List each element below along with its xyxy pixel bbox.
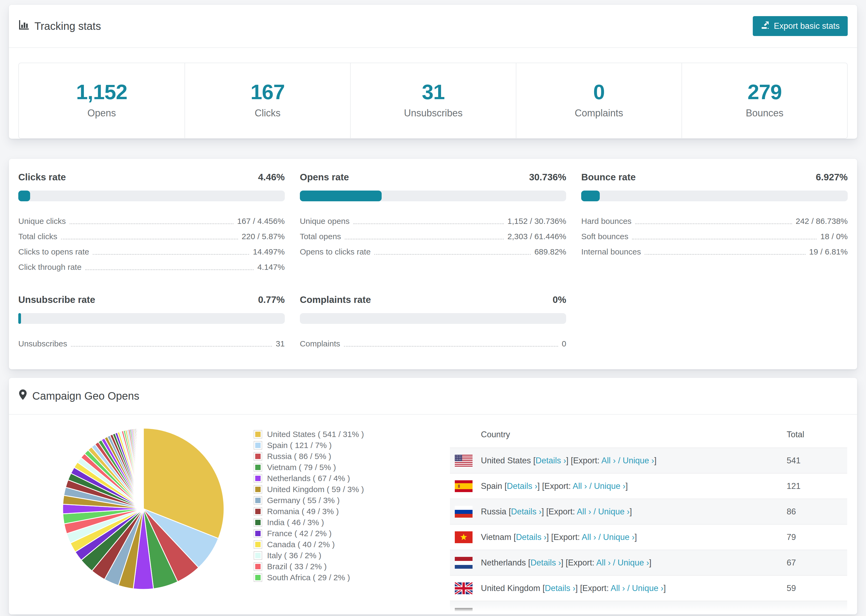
- export-unique-link[interactable]: Unique ›: [617, 558, 649, 567]
- legend-swatch: [254, 551, 262, 560]
- rate-progress-fill: [300, 190, 382, 201]
- legend-item-canada: Canada ( 40 / 2% ): [254, 539, 404, 550]
- stat-value: 1,152: [22, 80, 182, 104]
- legend-swatch-color: [255, 564, 261, 569]
- map-pin-icon: [18, 389, 27, 403]
- rate-title: Bounce rate: [581, 172, 636, 182]
- rate-progress-track: [18, 313, 285, 324]
- rate-progress-fill: [18, 190, 30, 201]
- legend-swatch-color: [255, 553, 261, 558]
- total-cell: 86: [787, 499, 847, 524]
- country-name: Netherlands: [481, 558, 526, 567]
- geo-opens-card: Campaign Geo Opens United States ( 541 /…: [9, 378, 857, 614]
- flag-cell: [450, 575, 481, 601]
- rate-row-label: Complaints: [300, 339, 340, 350]
- export-all-link[interactable]: All ›: [596, 558, 611, 567]
- legend-swatch: [254, 463, 262, 472]
- rate-row-label: Unsubscribes: [18, 339, 67, 350]
- dotted-leader: [93, 254, 249, 255]
- dotted-leader: [645, 254, 805, 255]
- stats-summary: 1,152Opens167Clicks31Unsubscribes0Compla…: [18, 63, 848, 139]
- legend-item-india: India ( 46 / 3% ): [254, 517, 404, 528]
- bracket: ]: [546, 533, 551, 542]
- rate-rows: Unique clicks167 / 4.456%Total clicks220…: [18, 212, 285, 273]
- details-link[interactable]: Details ›: [511, 507, 542, 516]
- legend-label: Netherlands ( 67 / 4% ): [267, 474, 350, 483]
- export-all-link[interactable]: All ›: [582, 533, 596, 542]
- geo-opens-pie-chart: [60, 426, 227, 592]
- tracking-stats-title-wrap: Tracking stats: [18, 19, 101, 33]
- export-all-link[interactable]: All ›: [577, 507, 591, 516]
- export-all-link[interactable]: All ›: [611, 583, 625, 593]
- legend-item-south-africa: South Africa ( 29 / 2% ): [254, 572, 404, 583]
- stat-label: Clicks: [188, 107, 348, 119]
- flag-cell: [450, 499, 481, 524]
- legend-swatch-color: [255, 465, 261, 470]
- legend-swatch-color: [255, 443, 261, 448]
- country-name: United States: [481, 456, 531, 465]
- rate-value: 6.927%: [816, 172, 848, 182]
- export-basic-stats-button[interactable]: Export basic stats: [753, 16, 848, 36]
- rate-progress-track: [581, 190, 848, 201]
- legend-swatch: [254, 573, 262, 582]
- rate-title: Clicks rate: [18, 172, 66, 182]
- total-cell: 541: [787, 448, 847, 473]
- flag-gb-icon: [455, 582, 472, 594]
- flag-cell: [450, 550, 481, 575]
- export-unique-link[interactable]: Unique ›: [623, 456, 654, 465]
- bracket: [: [502, 481, 507, 491]
- bracket: [: [511, 533, 516, 542]
- country-cell: [481, 601, 787, 614]
- bracket: [: [540, 583, 545, 593]
- rates-grid: Clicks rate4.46%Unique clicks167 / 4.456…: [9, 159, 857, 369]
- total-cell: 121: [787, 473, 847, 499]
- export-prefix: [Export:: [551, 533, 582, 542]
- export-unique-link[interactable]: Unique ›: [594, 481, 625, 491]
- legend-label: South Africa ( 29 / 2% ): [267, 573, 350, 582]
- table-row-us: United States [Details ›] [Export: All ›…: [450, 448, 847, 473]
- country-cell: Netherlands [Details ›] [Export: All › /…: [481, 550, 787, 575]
- legend-label: United States ( 541 / 31% ): [267, 430, 364, 439]
- legend-item-netherlands: Netherlands ( 67 / 4% ): [254, 473, 404, 484]
- details-link[interactable]: Details ›: [535, 456, 566, 465]
- export-unique-link[interactable]: Unique ›: [598, 507, 630, 516]
- stat-cell-bounces: 279Bounces: [682, 63, 847, 138]
- bracket: [: [531, 456, 535, 465]
- tracking-stats-header: Tracking stats Export basic stats: [9, 5, 857, 48]
- legend-swatch: [254, 474, 262, 483]
- dotted-leader: [345, 239, 504, 239]
- export-unique-link[interactable]: Unique ›: [603, 533, 635, 542]
- rate-row-value: 2,303 / 61.446%: [507, 232, 567, 243]
- rate-value: 0%: [553, 294, 567, 305]
- export-all-link[interactable]: All ›: [573, 481, 587, 491]
- details-link[interactable]: Details ›: [545, 583, 576, 593]
- page: Tracking stats Export basic stats 1,: [0, 0, 866, 614]
- export-all-link[interactable]: All ›: [601, 456, 616, 465]
- rate-row-value: 4.147%: [257, 262, 285, 273]
- flag-cell: [450, 473, 481, 499]
- flag-nl-icon: [455, 557, 472, 569]
- stat-cell-opens: 1,152Opens: [19, 63, 184, 138]
- dotted-leader: [61, 239, 238, 239]
- legend-swatch-color: [255, 520, 261, 525]
- rates-card: Clicks rate4.46%Unique clicks167 / 4.456…: [9, 159, 857, 369]
- details-link[interactable]: Details ›: [507, 481, 538, 491]
- stat-cell-clicks: 167Clicks: [184, 63, 350, 138]
- rate-row-label: Internal bounces: [581, 247, 641, 258]
- dotted-leader: [632, 239, 817, 239]
- legend-swatch-color: [255, 432, 261, 437]
- flag-de-icon: [455, 608, 472, 614]
- rate-row-label: Total clicks: [18, 232, 57, 243]
- geo-opens-header: Campaign Geo Opens: [9, 378, 857, 415]
- export-unique-link[interactable]: Unique ›: [632, 583, 663, 593]
- rate-rows: Unsubscribes31: [18, 335, 285, 350]
- slash: /: [587, 481, 594, 491]
- details-link[interactable]: Details ›: [516, 533, 546, 542]
- rate-rows: Unique opens1,152 / 30.736%Total opens2,…: [300, 212, 567, 258]
- table-row-gb: United Kingdom [Details ›] [Export: All …: [450, 575, 847, 601]
- rate-row-label: Hard bounces: [581, 217, 631, 227]
- country-cell: Spain [Details ›] [Export: All › / Uniqu…: [481, 473, 787, 499]
- details-link[interactable]: Details ›: [531, 558, 561, 567]
- geo-opens-title: Campaign Geo Opens: [32, 390, 139, 402]
- rate-row-label: Unique opens: [300, 217, 350, 227]
